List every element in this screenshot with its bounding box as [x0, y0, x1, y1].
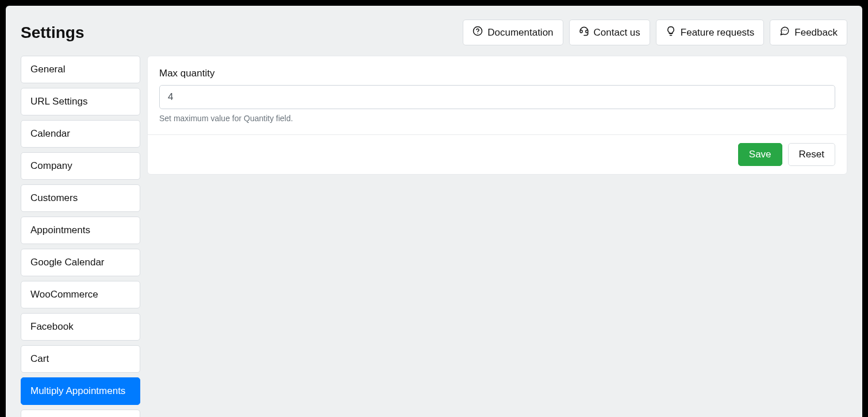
feature-requests-label: Feature requests: [681, 27, 755, 38]
max-quantity-input[interactable]: [159, 85, 835, 109]
sidebar-item-url-settings[interactable]: URL Settings: [21, 88, 140, 115]
help-circle-icon: [473, 26, 483, 39]
reset-button[interactable]: Reset: [788, 143, 835, 166]
sidebar-item-facebook[interactable]: Facebook: [21, 313, 140, 341]
settings-card: Max quantity Set maximum value for Quant…: [147, 56, 847, 175]
feedback-button[interactable]: Feedback: [770, 20, 847, 45]
sidebar-item-cart[interactable]: Cart: [21, 345, 140, 373]
sidebar-item-general[interactable]: General: [21, 56, 140, 83]
max-quantity-help: Set maximum value for Quantity field.: [159, 114, 835, 123]
sidebar-item-google-calendar[interactable]: Google Calendar: [21, 249, 140, 276]
sidebar-item-customers[interactable]: Customers: [21, 184, 140, 212]
contact-us-label: Contact us: [594, 27, 640, 38]
sidebar-item-company[interactable]: Company: [21, 152, 140, 180]
page-title: Settings: [21, 24, 84, 42]
header-button-group: Documentation Contact us Feature request…: [463, 20, 847, 45]
documentation-label: Documentation: [487, 27, 553, 38]
chat-icon: [779, 26, 790, 39]
headset-icon: [579, 26, 589, 39]
contact-us-button[interactable]: Contact us: [569, 20, 650, 45]
sidebar-item-online-meetings[interactable]: Online Meetings: [21, 410, 140, 417]
feature-requests-button[interactable]: Feature requests: [656, 20, 765, 45]
max-quantity-label: Max quantity: [159, 68, 835, 79]
documentation-button[interactable]: Documentation: [463, 20, 563, 45]
sidebar-item-calendar[interactable]: Calendar: [21, 120, 140, 148]
save-button[interactable]: Save: [738, 143, 782, 166]
sidebar-item-multiply-appointments[interactable]: Multiply Appointments: [21, 377, 140, 405]
feedback-label: Feedback: [794, 27, 838, 38]
sidebar-item-appointments[interactable]: Appointments: [21, 217, 140, 244]
sidebar-item-woocommerce[interactable]: WooCommerce: [21, 281, 140, 308]
settings-sidebar: General URL Settings Calendar Company Cu…: [21, 56, 140, 417]
lightbulb-icon: [666, 26, 676, 39]
